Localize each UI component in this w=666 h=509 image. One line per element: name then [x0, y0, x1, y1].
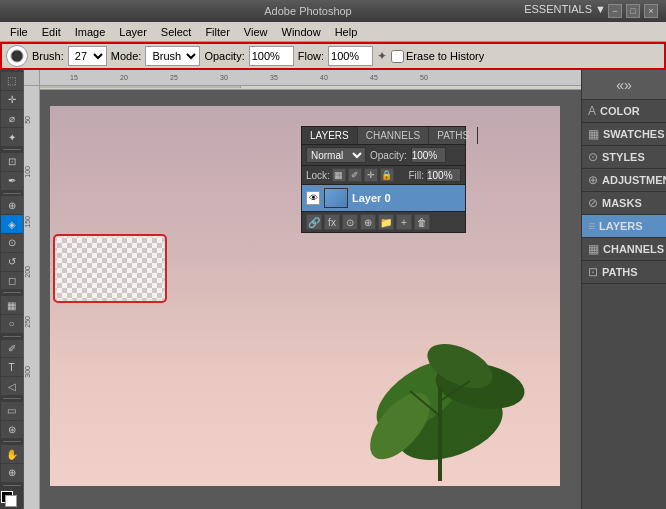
- lock-all-icon[interactable]: 🔒: [380, 168, 394, 182]
- panel-section-styles[interactable]: ⊙ STYLES: [582, 146, 666, 169]
- ruler-mark: 25: [170, 74, 178, 81]
- menu-layer[interactable]: Layer: [113, 24, 153, 40]
- flow-input[interactable]: [328, 46, 373, 66]
- minimize-button[interactable]: −: [608, 4, 622, 18]
- tab-channels[interactable]: CHANNELS: [358, 127, 429, 144]
- menu-view[interactable]: View: [238, 24, 274, 40]
- tool-zoom[interactable]: ⊕: [1, 464, 23, 482]
- layer-thumbnail: [324, 188, 348, 208]
- menu-select[interactable]: Select: [155, 24, 198, 40]
- menu-help[interactable]: Help: [329, 24, 364, 40]
- tool-brush[interactable]: ◈: [1, 215, 23, 233]
- tool-eraser[interactable]: ◻: [1, 272, 23, 290]
- close-button[interactable]: ×: [644, 4, 658, 18]
- menu-image[interactable]: Image: [69, 24, 112, 40]
- tool-history-brush[interactable]: ↺: [1, 253, 23, 271]
- canvas-content[interactable]: LAYERS CHANNELS PATHS Normal Opacity: Lo…: [40, 86, 581, 509]
- tool-move[interactable]: ✛: [1, 91, 23, 109]
- titlebar: ESSENTIALS ▼ Adobe Photoshop − □ ×: [0, 0, 666, 22]
- tool-crop[interactable]: ⊡: [1, 153, 23, 171]
- tool-path-select[interactable]: ◁: [1, 377, 23, 395]
- tool-hand[interactable]: ✋: [1, 445, 23, 463]
- tool-clone[interactable]: ⊙: [1, 234, 23, 252]
- right-panel-collapse[interactable]: «»: [582, 70, 666, 100]
- panel-section-color[interactable]: A COLOR: [582, 100, 666, 123]
- lock-transparency-icon[interactable]: ▦: [332, 168, 346, 182]
- color-label: COLOR: [600, 105, 640, 117]
- ruler-mark: 30: [220, 74, 228, 81]
- layers-panel: LAYERS CHANNELS PATHS Normal Opacity: Lo…: [301, 126, 466, 233]
- options-bar: Brush: 27 Mode: Brush Opacity: Flow: ✦ E…: [0, 42, 666, 70]
- tool-text[interactable]: T: [1, 358, 23, 376]
- foreground-background-colors[interactable]: [1, 491, 23, 506]
- blend-mode-select[interactable]: Normal: [306, 147, 366, 163]
- panel-section-layers[interactable]: ≡ LAYERS: [582, 215, 666, 238]
- panel-section-adjustments[interactable]: ⊕ ADJUSTMENTS: [582, 169, 666, 192]
- layer-adjust-button[interactable]: ⊕: [360, 214, 376, 230]
- layer-link-button[interactable]: 🔗: [306, 214, 322, 230]
- ruler-mark-v: 200: [24, 266, 31, 278]
- layers-controls: Normal Opacity:: [302, 145, 465, 166]
- tool-marquee[interactable]: ⬚: [1, 72, 23, 90]
- opacity-label: Opacity:: [204, 50, 244, 62]
- tool-gradient[interactable]: ▦: [1, 296, 23, 314]
- ruler-mark: 50: [420, 74, 428, 81]
- tool-pen[interactable]: ✐: [1, 340, 23, 358]
- opacity-label: Opacity:: [370, 150, 407, 161]
- panel-section-channels[interactable]: ▦ CHANNELS: [582, 238, 666, 261]
- restore-button[interactable]: □: [626, 4, 640, 18]
- lock-position-icon[interactable]: ✛: [364, 168, 378, 182]
- styles-icon: ⊙: [588, 150, 598, 164]
- tool-3d-rotate[interactable]: ⊛: [1, 421, 23, 439]
- layer-fx-button[interactable]: fx: [324, 214, 340, 230]
- layer-item[interactable]: 👁 Layer 0: [302, 185, 465, 211]
- flow-label: Flow:: [298, 50, 324, 62]
- tool-eyedropper[interactable]: ✒: [1, 172, 23, 190]
- tool-separator-1: [3, 149, 21, 150]
- ruler-horizontal: 15 20 25 30 35 40 45 50: [40, 70, 581, 86]
- tool-separator-6: [3, 441, 21, 442]
- tab-layers[interactable]: LAYERS: [302, 127, 358, 144]
- tool-separator-3: [3, 292, 21, 293]
- adjustments-label: ADJUSTMENTS: [602, 174, 666, 186]
- main-layout: ⬚ ✛ ⌀ ✦ ⊡ ✒ ⊕ ◈ ⊙ ↺ ◻ ▦ ○ ✐ T ◁ ▭ ⊛ ✋ ⊕: [0, 70, 666, 509]
- erase-history-checkbox[interactable]: [391, 50, 404, 63]
- layers-icon: ≡: [588, 219, 595, 233]
- fill-input[interactable]: [426, 168, 461, 182]
- tool-magic-wand[interactable]: ✦: [1, 128, 23, 146]
- menu-filter[interactable]: Filter: [199, 24, 235, 40]
- menu-window[interactable]: Window: [276, 24, 327, 40]
- menu-file[interactable]: File: [4, 24, 34, 40]
- app-title: ESSENTIALS ▼: [524, 3, 606, 15]
- tool-spot-heal[interactable]: ⊕: [1, 196, 23, 214]
- layer-visibility-icon[interactable]: 👁: [306, 191, 320, 205]
- brush-preview[interactable]: [6, 45, 28, 67]
- opacity-input[interactable]: [249, 46, 294, 66]
- panel-section-swatches[interactable]: ▦ SWATCHES: [582, 123, 666, 146]
- erase-history-label[interactable]: Erase to History: [391, 50, 484, 63]
- tool-shape[interactable]: ▭: [1, 402, 23, 420]
- tool-dodge[interactable]: ○: [1, 315, 23, 333]
- layer-delete-button[interactable]: 🗑: [414, 214, 430, 230]
- fill-label: Fill:: [408, 170, 424, 181]
- tab-paths[interactable]: PATHS: [429, 127, 478, 144]
- lock-row: Lock: ▦ ✐ ✛ 🔒 Fill:: [302, 166, 465, 185]
- menu-edit[interactable]: Edit: [36, 24, 67, 40]
- panel-section-masks[interactable]: ⊘ MASKS: [582, 192, 666, 215]
- right-panel: «» A COLOR ▦ SWATCHES ⊙ STYLES ⊕ ADJUSTM…: [581, 70, 666, 509]
- tool-lasso[interactable]: ⌀: [1, 110, 23, 128]
- canvas-area[interactable]: original.jpg @ 100% (Layer 0, RGB/8) × 1…: [24, 70, 581, 509]
- layer-mask-button[interactable]: ⊙: [342, 214, 358, 230]
- paths-icon: ⊡: [588, 265, 598, 279]
- ruler-mark: 45: [370, 74, 378, 81]
- lock-image-icon[interactable]: ✐: [348, 168, 362, 182]
- panel-section-paths[interactable]: ⊡ PATHS: [582, 261, 666, 284]
- mode-select[interactable]: Brush: [145, 46, 200, 66]
- layer-group-button[interactable]: 📁: [378, 214, 394, 230]
- layer-new-button[interactable]: +: [396, 214, 412, 230]
- ruler-mark-v: 100: [24, 166, 31, 178]
- layers-tabs: LAYERS CHANNELS PATHS: [302, 127, 465, 145]
- brush-select[interactable]: 27: [68, 46, 107, 66]
- opacity-input[interactable]: [411, 147, 446, 163]
- layers-footer: 🔗 fx ⊙ ⊕ 📁 + 🗑: [302, 211, 465, 232]
